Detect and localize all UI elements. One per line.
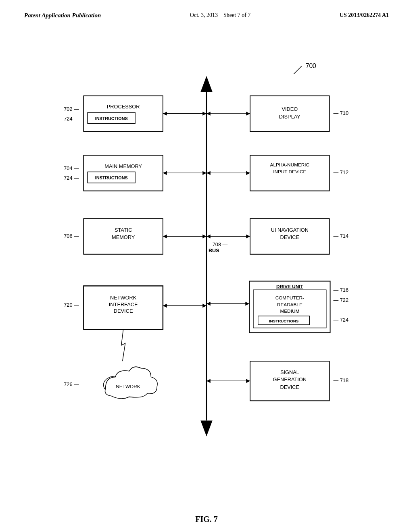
drive-unit-label3: READABLE	[277, 302, 302, 307]
video-display-label1: VIDEO	[282, 106, 298, 112]
network-cloud-label: NETWORK	[116, 384, 140, 389]
header-patent-number: US 2013/0262274 A1	[340, 12, 389, 19]
svg-marker-30	[246, 235, 250, 239]
header-date: Oct. 3, 2013	[190, 12, 218, 18]
ref-702: 702 —	[64, 106, 79, 112]
svg-marker-6	[163, 171, 167, 175]
ref-722: — 722	[333, 297, 348, 303]
ref-712: — 712	[333, 169, 348, 175]
svg-marker-9	[163, 235, 167, 239]
ref-724b: 724 —	[64, 175, 79, 181]
figure-label: FIG. 7	[0, 515, 413, 524]
ref-704: 704 —	[64, 165, 79, 171]
header-publication: Patent Application Publication	[24, 12, 101, 19]
ref-716: — 716	[333, 287, 348, 293]
header: Patent Application Publication Oct. 3, 2…	[0, 0, 413, 23]
alpha-numeric-label2: INPUT DEVICE	[273, 169, 306, 174]
svg-marker-27	[246, 171, 250, 175]
network-interface-label2: INTERFACE	[109, 301, 138, 308]
svg-marker-12	[163, 304, 167, 308]
drive-unit-label1: DRIVE UNIT	[276, 284, 304, 289]
network-interface-label3: DEVICE	[114, 308, 133, 314]
main-memory-label: MAIN MEMORY	[104, 163, 142, 169]
bus-arrow-up	[200, 76, 212, 92]
static-memory-label1: STATIC	[115, 227, 132, 233]
network-interface-label1: NETWORK	[110, 295, 137, 301]
drive-unit-label2: COMPUTER-	[275, 295, 304, 300]
bus-label: BUS	[209, 247, 219, 254]
page: Patent Application Publication Oct. 3, 2…	[0, 0, 413, 532]
ui-navigation-label1: UI NAVIGATION	[271, 227, 309, 233]
ref-714: — 714	[333, 233, 348, 239]
diagram-area: 700 BUS 708 — PROCESSOR INSTRUCTIONS	[24, 44, 389, 500]
processor-label: PROCESSOR	[107, 104, 140, 110]
svg-marker-24	[246, 112, 250, 116]
signal-generation-label3: DEVICE	[280, 384, 300, 390]
bus-arrow-down	[200, 420, 212, 436]
ref-720: 720 —	[64, 302, 79, 308]
ref-718: — 718	[333, 377, 348, 383]
signal-generation-label1: SIGNAL	[280, 369, 299, 375]
video-display-label2: DISPLAY	[279, 114, 300, 120]
static-memory-label2: MEMORY	[112, 234, 135, 240]
header-sheet: Sheet 7 of 7	[223, 12, 250, 18]
patent-diagram: 700 BUS 708 — PROCESSOR INSTRUCTIONS	[24, 44, 389, 500]
svg-marker-33	[245, 302, 249, 306]
svg-marker-36	[246, 379, 250, 383]
ref-724a: 724 —	[64, 116, 79, 122]
ref-726: 726 —	[64, 381, 79, 387]
fig-number-label: 700	[306, 62, 316, 69]
ui-navigation-label2: DEVICE	[280, 234, 300, 240]
network-cloud: NETWORK	[104, 367, 158, 399]
network-lightning	[121, 329, 125, 361]
main-memory-instructions-label: INSTRUCTIONS	[95, 175, 128, 180]
drive-unit-label4: MEDIUM	[280, 308, 299, 314]
processor-instructions-label: INSTRUCTIONS	[95, 116, 128, 121]
signal-generation-label2: GENERATION	[273, 376, 307, 382]
ref-724c: — 724	[333, 317, 348, 323]
header-center: Oct. 3, 2013 Sheet 7 of 7	[190, 12, 250, 19]
bus-ref-label: 708 —	[213, 241, 228, 247]
drive-unit-instructions-label: INSTRUCTIONS	[269, 319, 299, 323]
alpha-numeric-label1: ALPHA-NUMERIC	[270, 162, 310, 167]
ref-706: 706 —	[64, 233, 79, 239]
ref-710: — 710	[333, 110, 348, 116]
